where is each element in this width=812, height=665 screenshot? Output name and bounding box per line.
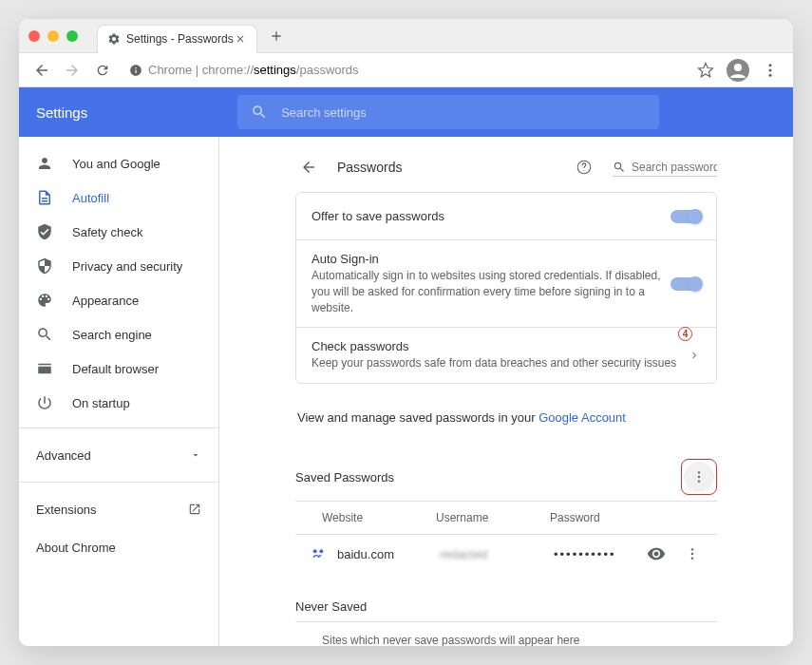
close-tab-icon[interactable] [234,32,247,46]
col-username: Username [436,511,550,524]
sidebar-about[interactable]: About Chrome [19,528,218,566]
auto-signin-desc: Automatically sign in to websites using … [312,268,670,315]
table-row: baidu.com redacted •••••••••• [295,534,717,573]
tab-title: Settings - Passwords [126,32,234,46]
back-button[interactable] [28,57,55,84]
svg-point-6 [698,471,700,473]
col-password: Password [550,511,702,524]
offer-save-label: Offer to save passwords [312,209,670,223]
bookmark-button[interactable] [692,57,719,84]
sidebar-item-on-startup[interactable]: On startup [19,386,218,420]
titlebar: Settings - Passwords [19,19,793,53]
svg-point-7 [698,476,700,478]
site-username: redacted [440,547,554,561]
settings-search-input[interactable] [281,105,646,120]
saved-passwords-title: Saved Passwords [295,470,394,484]
page-title: Passwords [337,160,556,175]
saved-passwords-header: Saved Passwords [295,453,717,501]
chevron-down-icon [190,449,201,461]
external-link-icon [188,503,201,516]
body: You and Google Autofill Safety check Pri… [19,137,793,646]
sidebar-item-label: On startup [72,396,130,410]
eye-icon [647,544,666,563]
svg-point-4 [769,73,772,76]
offer-save-row: Offer to save passwords [296,193,716,240]
svg-point-13 [691,558,693,560]
settings-icon [107,32,121,46]
password-search-input[interactable] [632,161,717,174]
browser-tab[interactable]: Settings - Passwords [97,25,257,53]
profile-button[interactable] [725,57,751,84]
saved-table-header: Website Username Password [295,501,717,534]
main: Passwords Offer to save passwords [219,137,793,646]
maximize-window[interactable] [66,30,78,42]
password-search[interactable] [613,159,717,177]
svg-point-3 [769,68,772,71]
minimize-window[interactable] [47,30,59,42]
page-header: Passwords [295,150,717,184]
close-window[interactable] [28,30,40,42]
chevron-right-icon [688,349,701,362]
sidebar-item-label: You and Google [72,157,161,171]
svg-point-1 [734,64,742,71]
svg-point-9 [313,550,317,554]
auto-signin-label: Auto Sign-in [312,252,670,266]
sidebar-item-safety-check[interactable]: Safety check [19,215,218,249]
more-vert-icon [691,469,707,484]
settings-search[interactable] [237,95,659,129]
page-back-button[interactable] [295,154,322,180]
svg-point-8 [698,481,700,483]
search-icon [251,104,268,121]
reload-button[interactable] [89,57,116,84]
toolbar: Chrome | chrome://settings/passwords [19,53,793,87]
offer-save-toggle[interactable] [670,210,701,223]
sidebar-item-appearance[interactable]: Appearance [19,283,218,317]
google-account-link[interactable]: Google Account [538,410,626,425]
sidebar-item-label: Privacy and security [72,259,182,274]
sidebar-item-label: Safety check [72,225,142,239]
help-button[interactable] [571,154,597,180]
url-text: Chrome | chrome://settings/passwords [148,63,359,77]
view-google-account-row: View and manage saved passwords in your … [295,397,717,425]
auto-signin-toggle[interactable] [670,277,701,291]
traffic-lights [28,30,78,42]
sidebar-item-search-engine[interactable]: Search engine [19,317,218,352]
check-passwords-label: Check passwords [312,339,688,353]
col-website: Website [322,511,436,524]
sidebar-item-label: Autofill [72,191,109,205]
never-saved-section: Never Saved Sites which never save passw… [295,592,717,646]
settings-title: Settings [36,104,87,121]
sidebar-advanced[interactable]: Advanced [19,436,218,474]
svg-point-12 [691,553,693,555]
search-icon [613,161,626,174]
sidebar-item-label: Default browser [72,362,159,376]
site-info-icon[interactable] [129,64,142,77]
sidebar-item-label: Appearance [72,294,139,308]
sidebar-item-privacy[interactable]: Privacy and security [19,249,218,283]
site-name[interactable]: baidu.com [337,547,440,561]
site-password: •••••••••• [554,547,647,561]
address-bar[interactable]: Chrome | chrome://settings/passwords [120,57,689,84]
settings-header: Settings [19,87,793,137]
row-more-button[interactable] [683,544,702,563]
sidebar-item-default-browser[interactable]: Default browser [19,352,218,386]
check-passwords-desc: Keep your passwords safe from data breac… [312,355,688,371]
sidebar-extensions[interactable]: Extensions [19,490,218,528]
sidebar-item-you-and-google[interactable]: You and Google [19,146,218,180]
saved-passwords-more-button[interactable] [684,462,714,492]
sidebar-item-autofill[interactable]: Autofill [19,180,218,215]
sidebar: You and Google Autofill Safety check Pri… [19,137,219,646]
check-passwords-row[interactable]: Check passwords Keep your passwords safe… [296,328,716,383]
annotation-highlight-4 [681,459,717,495]
menu-button[interactable] [757,57,784,84]
browser-window: Settings - Passwords Chrome | chrome://s… [19,19,793,646]
never-saved-title: Never Saved [295,592,717,621]
show-password-button[interactable] [647,544,666,563]
svg-point-10 [319,550,323,554]
never-saved-empty: Sites which never save passwords will ap… [295,621,717,646]
svg-point-2 [769,64,772,66]
more-vert-icon [685,546,700,561]
sidebar-item-label: Search engine [72,328,152,342]
new-tab-button[interactable] [265,25,288,48]
forward-button[interactable] [59,57,85,84]
